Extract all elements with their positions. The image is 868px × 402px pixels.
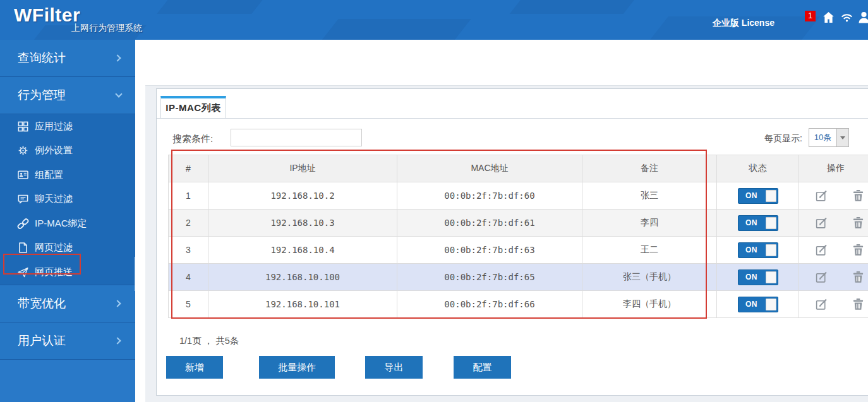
sidebar-item-label: 网页推送	[35, 266, 73, 278]
note-cell: 张三	[582, 182, 717, 210]
table-row: 3192.168.10.400:0b:2f:7b:df:63王二ON	[169, 237, 868, 264]
ip-cell: 192.168.10.101	[208, 291, 397, 318]
pagination-info: 1/1页 ， 共5条	[179, 335, 239, 347]
wifi-icon[interactable]	[840, 10, 854, 25]
section-label: 用户认证	[18, 333, 66, 349]
actions-cell	[799, 291, 868, 318]
edit-icon[interactable]	[815, 243, 828, 257]
ip-cell: 192.168.10.100	[208, 264, 397, 291]
edit-icon[interactable]	[815, 270, 828, 284]
search-label: 搜索条件:	[172, 133, 213, 145]
section-label: 带宽优化	[18, 295, 66, 312]
sidebar-item-label: IP-MAC绑定	[35, 218, 87, 230]
wfilter-app: WFilter 上网行为管理系统 企业版 License 1 模块 配置 查询统…	[0, 0, 868, 402]
edit-icon[interactable]	[815, 297, 828, 311]
sidebar-item-app-filter[interactable]: 应用过滤	[0, 114, 135, 139]
mac-cell: 00:0b:2f:7b:df:65	[397, 264, 582, 291]
webpage-icon	[17, 242, 29, 254]
sidebar-item-group-config[interactable]: 组配置	[0, 163, 135, 187]
note-cell: 李四	[582, 210, 717, 237]
row-number: 4	[169, 264, 208, 291]
delete-icon[interactable]	[852, 270, 865, 284]
sidebar-item-label: 应用过滤	[35, 121, 73, 133]
select-arrow	[836, 129, 848, 146]
sidebar-section-user-auth[interactable]: 用户认证	[0, 322, 135, 360]
export-button[interactable]: 导出	[365, 356, 423, 379]
sidebar-item-exceptions[interactable]: 例外设置	[0, 139, 135, 163]
logo-subtitle: 上网行为管理系统	[71, 23, 142, 34]
toggle-knob	[766, 271, 776, 283]
mac-cell: 00:0b:2f:7b:df:66	[397, 291, 582, 318]
delete-icon[interactable]	[852, 297, 865, 311]
row-number: 1	[169, 182, 208, 210]
mac-cell: 00:0b:2f:7b:df:61	[397, 210, 582, 237]
search-input[interactable]	[231, 129, 362, 146]
status-toggle[interactable]: ON	[738, 215, 778, 231]
user-icon[interactable]	[857, 10, 868, 25]
edit-icon[interactable]	[815, 216, 828, 230]
grid-icon	[17, 121, 29, 133]
row-number: 2	[169, 210, 208, 237]
chat-icon	[17, 193, 29, 205]
notification-badge[interactable]: 1	[805, 11, 816, 21]
license-link[interactable]: 企业版 License	[713, 18, 775, 29]
sidebar-item-web-filter[interactable]: 网页过滤	[0, 236, 135, 261]
per-page-value: 10条	[809, 132, 836, 143]
status-toggle[interactable]: ON	[738, 269, 778, 285]
top-header: WFilter 上网行为管理系统 企业版 License 1	[0, 0, 868, 40]
table-row: 4192.168.10.10000:0b:2f:7b:df:65张三（手机）ON	[169, 264, 868, 291]
sidebar: 模块 配置 查询统计 行为管理 应用过滤	[0, 40, 135, 402]
note-cell: 张三（手机）	[582, 264, 717, 291]
mac-cell: 00:0b:2f:7b:df:63	[397, 237, 582, 264]
actions-cell	[799, 182, 868, 210]
status-toggle[interactable]: ON	[738, 188, 778, 204]
app-logo: WFilter 上网行为管理系统	[14, 4, 80, 26]
main-content: IP-MAC绑定 IP-MAC列表 搜索条件: 每页显示: 10条 # IP地址	[135, 40, 868, 402]
status-cell: ON	[717, 210, 799, 237]
gear-icon	[17, 145, 29, 157]
tab-divider	[157, 118, 868, 119]
chevron-right-icon	[114, 337, 121, 344]
per-page-select[interactable]: 10条	[809, 128, 849, 147]
sidebar-section-behavior-mgmt[interactable]: 行为管理	[0, 77, 135, 114]
sidebar-item-chat-filter[interactable]: 聊天过滤	[0, 187, 135, 212]
toggle-knob	[766, 217, 776, 229]
delete-icon[interactable]	[852, 243, 865, 257]
mac-cell: 00:0b:2f:7b:df:60	[397, 182, 582, 210]
ip-mac-panel: IP-MAC列表 搜索条件: 每页显示: 10条 # IP地址 MAC地址	[156, 88, 868, 396]
column-header-actions: 操作	[799, 155, 868, 182]
chevron-right-icon	[114, 300, 121, 307]
chevron-right-icon	[114, 54, 121, 61]
chevron-down-icon	[115, 90, 122, 97]
delete-icon[interactable]	[852, 189, 865, 203]
delete-icon[interactable]	[852, 216, 865, 230]
section-label: 行为管理	[18, 87, 66, 103]
actions-cell	[799, 264, 868, 291]
column-header-note: 备注	[582, 155, 717, 182]
status-toggle[interactable]: ON	[738, 242, 778, 258]
sidebar-item-label: 组配置	[35, 169, 63, 181]
config-button[interactable]: 配置	[454, 356, 511, 379]
column-header-ip: IP地址	[208, 155, 397, 182]
ip-cell: 192.168.10.2	[208, 182, 397, 210]
home-icon[interactable]	[821, 10, 836, 25]
edit-icon[interactable]	[815, 189, 828, 203]
sidebar-section-query-stats[interactable]: 查询统计	[0, 40, 135, 77]
batch-operation-button[interactable]: 批量操作	[259, 356, 335, 379]
section-label: 查询统计	[18, 50, 66, 66]
add-button[interactable]: 新增	[166, 356, 223, 379]
status-cell: ON	[717, 264, 799, 291]
table-row: 2192.168.10.300:0b:2f:7b:df:61李四ON	[169, 210, 868, 237]
tab-ip-mac-list[interactable]: IP-MAC列表	[160, 96, 226, 118]
behavior-submenu: 应用过滤 例外设置	[0, 114, 135, 285]
sidebar-item-label: 例外设置	[35, 145, 73, 157]
status-cell: ON	[717, 237, 799, 264]
sidebar-item-web-push[interactable]: 网页推送	[0, 260, 135, 285]
status-toggle[interactable]: ON	[738, 297, 778, 312]
note-cell: 李四（手机）	[582, 291, 717, 318]
row-number: 3	[169, 237, 208, 264]
sidebar-section-bandwidth[interactable]: 带宽优化	[0, 285, 135, 322]
table-row: 1192.168.10.200:0b:2f:7b:df:60张三ON	[169, 182, 868, 210]
sidebar-item-ip-mac-binding[interactable]: IP-MAC绑定	[0, 211, 135, 236]
status-cell: ON	[717, 291, 799, 318]
